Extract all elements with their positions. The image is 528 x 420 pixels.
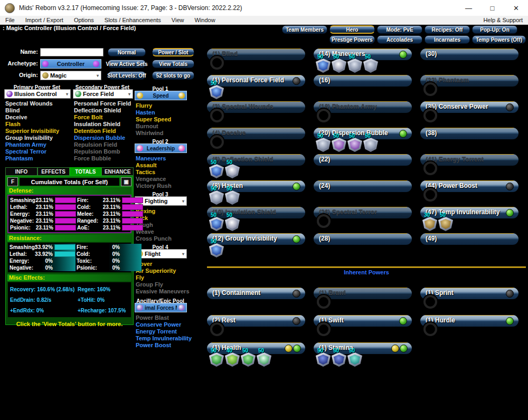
empty-enhancement-slot[interactable] — [423, 109, 437, 122]
power-list-item[interactable]: Whirlwind — [136, 130, 187, 137]
power-list-item[interactable]: Power Blast — [136, 314, 187, 321]
top-button[interactable]: Accolades — [377, 35, 422, 44]
power-list-item[interactable]: Group Invisibility — [5, 135, 71, 141]
power-list-item[interactable]: Repulsion Field — [74, 141, 133, 148]
enhancement-slot[interactable]: 50 — [316, 133, 332, 153]
power-list-item[interactable]: Evasive Maneuvers — [136, 288, 187, 295]
power-list-item[interactable]: Assault — [136, 162, 187, 169]
enhancement-slot[interactable]: 50 — [209, 238, 225, 259]
enhancement-slot[interactable]: 50 — [332, 133, 347, 153]
menu-item-import-export[interactable]: Import / Export — [20, 17, 69, 23]
power-bar[interactable]: (30) — [420, 49, 518, 60]
power-bar[interactable]: (28) — [314, 233, 412, 245]
empty-enhancement-slot[interactable] — [423, 82, 437, 96]
empty-enhancement-slot[interactable] — [210, 56, 224, 70]
empty-enhancement-slot[interactable] — [423, 188, 437, 202]
enhancement-slot[interactable]: 50 — [209, 80, 225, 100]
enhancement-slot[interactable]: 50 — [209, 348, 225, 368]
enhancement-slot[interactable]: 50 — [332, 348, 347, 368]
power-bar[interactable]: (1) Containment — [207, 288, 305, 299]
enhancement-slot[interactable]: 50 — [316, 54, 332, 74]
tab-effects[interactable]: EFFECTS — [37, 167, 70, 176]
minimize-button[interactable]: — — [457, 0, 480, 16]
power-list-item[interactable]: Personal Force Field — [74, 100, 133, 107]
enhancement-slot[interactable]: 50 — [438, 212, 454, 232]
close-button[interactable]: ✕ — [504, 0, 528, 16]
menu-item-file[interactable]: File — [0, 17, 20, 23]
power-list-item[interactable]: Blind — [5, 107, 71, 114]
empty-enhancement-slot[interactable] — [423, 295, 437, 309]
enhancement-slot[interactable]: 50 — [363, 133, 379, 153]
form-button[interactable]: Power / Slot — [152, 48, 194, 56]
empty-enhancement-slot[interactable] — [210, 109, 224, 122]
menu-item-view[interactable]: View — [166, 17, 190, 23]
power-list-item[interactable]: Boxing — [136, 208, 187, 215]
enhancement-slot[interactable]: 50 — [347, 133, 363, 153]
enhancement-slot[interactable]: 30 — [422, 212, 438, 232]
power-list-item[interactable]: Spectral Wounds — [5, 100, 71, 107]
name-input[interactable] — [40, 48, 103, 56]
power-list-item[interactable]: Air Superiority — [136, 268, 187, 274]
power-list-item[interactable]: Superior Invisibility — [5, 128, 71, 135]
archetype-select[interactable]: Controller — [40, 59, 101, 69]
pool-4-select[interactable]: Flight▾ — [135, 249, 187, 259]
power-list-item[interactable]: Spectral Terror — [5, 148, 71, 155]
power-list-item[interactable]: Power Boost — [136, 342, 187, 349]
empty-enhancement-slot[interactable] — [317, 322, 331, 336]
power-list-item[interactable]: Flash — [5, 121, 71, 128]
enhancement-slot[interactable]: 50 — [209, 212, 225, 232]
power-list-item[interactable]: Energy Torrent — [136, 328, 187, 335]
top-button[interactable]: Hero — [329, 25, 375, 34]
power-list-item[interactable]: Burnout — [136, 123, 187, 130]
power-list-item[interactable]: Maneuvers — [136, 155, 187, 162]
power-bar[interactable]: (38) — [420, 128, 518, 139]
primary-set-select[interactable]: Illusion Control▾ — [4, 89, 71, 99]
power-list-item[interactable]: Flurry — [136, 102, 187, 109]
enhancement-slot[interactable]: 50 — [363, 54, 379, 74]
power-list-item[interactable]: Phantom Army — [5, 141, 71, 148]
menu-item-window[interactable]: Window — [189, 17, 220, 23]
popout-icon[interactable]: ▣ — [121, 177, 131, 186]
float-button[interactable]: F — [7, 177, 18, 186]
power-list-item[interactable]: Weave — [136, 228, 187, 235]
power-list-item[interactable]: Conserve Power — [136, 321, 187, 328]
empty-enhancement-slot[interactable] — [317, 295, 331, 309]
power-list-item[interactable]: Hover — [136, 261, 187, 268]
enhancement-slot[interactable]: 50 — [257, 348, 272, 368]
enhancement-slot[interactable]: 50 — [225, 212, 241, 232]
empty-enhancement-slot[interactable] — [423, 161, 437, 175]
top-button[interactable]: Temp Powers (Off) — [472, 35, 526, 44]
maximize-button[interactable]: □ — [480, 0, 504, 16]
power-bar[interactable]: (24) — [314, 180, 412, 192]
pool-5-select[interactable]: imal Forces Maste — [135, 303, 187, 312]
power-list-item[interactable]: Phantasm — [5, 155, 71, 162]
enhancement-slot[interactable]: 50 — [209, 186, 225, 206]
form-button[interactable]: View Active Sets — [108, 60, 146, 68]
pool-1-select[interactable]: Speed — [135, 91, 187, 100]
power-list-item[interactable]: Insulation Shield — [74, 121, 133, 128]
power-list-item[interactable]: Cross Punch — [136, 235, 187, 242]
power-list-item[interactable]: Hasten — [136, 109, 187, 116]
top-button[interactable]: Team Members — [282, 25, 327, 34]
pool-2-select[interactable]: Leadership — [135, 144, 187, 153]
empty-enhancement-slot[interactable] — [317, 214, 331, 228]
power-list-item[interactable]: Force Bubble — [74, 155, 133, 162]
power-list-item[interactable]: Repulsion Bomb — [74, 148, 133, 155]
top-button[interactable]: Prestige Powers — [329, 35, 375, 44]
empty-enhancement-slot[interactable] — [317, 109, 331, 122]
enhancement-slot[interactable]: 50 — [347, 348, 363, 368]
origin-select[interactable]: Magic▾ — [40, 71, 101, 80]
power-list-item[interactable]: Dispersion Bubble — [74, 135, 133, 141]
enhancement-slot[interactable]: 50 — [332, 54, 347, 74]
top-button[interactable]: Recipes: Off — [425, 25, 470, 34]
enhancement-slot[interactable]: 50 — [347, 54, 363, 74]
enhancement-slot[interactable]: 50 — [225, 159, 241, 179]
power-bar[interactable]: (22) — [314, 154, 412, 166]
power-list-item[interactable]: Vengeance — [136, 176, 187, 183]
power-list-item[interactable]: Temp Invulnerability — [136, 335, 187, 342]
power-list-item[interactable]: Detention Field — [74, 128, 133, 135]
menu-item-help-support[interactable]: Help & Support — [478, 17, 528, 23]
power-list-item[interactable]: Fly — [136, 274, 187, 281]
form-button[interactable]: View Totals — [152, 60, 194, 68]
top-button[interactable]: Pop-Up: On — [472, 25, 517, 34]
